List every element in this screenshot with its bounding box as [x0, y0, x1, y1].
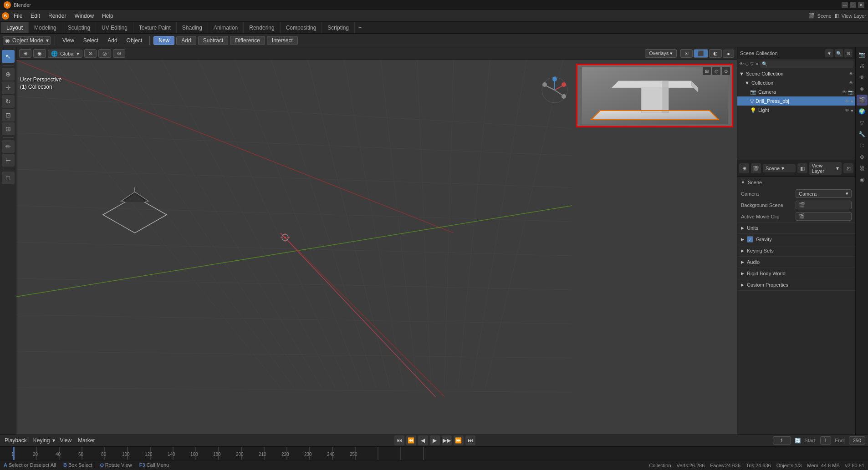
tool-annotate[interactable]: ✏ — [2, 140, 15, 153]
menu-edit[interactable]: Edit — [27, 12, 44, 20]
tool-transform[interactable]: ⊞ — [2, 122, 15, 135]
scene-name-dropdown[interactable]: Scene ▾ — [763, 164, 796, 172]
transform-orientation[interactable]: 🌐 Global ▾ — [48, 50, 82, 58]
shading-wireframe[interactable]: ⊡ — [680, 49, 693, 58]
background-scene-value[interactable]: 🎬 — [796, 201, 852, 209]
prev-frame-btn[interactable]: ◀ — [418, 435, 428, 445]
timeline-playback-menu[interactable]: Playback — [3, 436, 29, 445]
timeline-marker-menu[interactable]: Marker — [76, 436, 97, 445]
shading-rendered[interactable]: ● — [723, 50, 734, 58]
overlays-btn[interactable]: Overlays ▾ — [645, 49, 677, 58]
props-modifier-icon-btn[interactable]: 🔧 — [857, 129, 868, 140]
end-frame[interactable]: 250 — [849, 436, 865, 445]
props-render-icon-btn[interactable]: 📷 — [857, 49, 868, 60]
scene-section-header[interactable]: ▼ Scene — [737, 177, 855, 188]
camera-ctrl-2[interactable]: ◎ — [712, 67, 720, 75]
drill-render-icon[interactable]: ● — [851, 99, 853, 104]
tab-uv-editing[interactable]: UV Editing — [96, 22, 133, 33]
minimize-button[interactable]: — — [842, 2, 848, 8]
current-frame[interactable]: 1 — [773, 436, 791, 445]
camera-eye-icon[interactable]: 👁 — [842, 90, 847, 95]
props-output-icon-btn[interactable]: 🖨 — [857, 61, 868, 71]
gravity-section-header[interactable]: ▶ ✓ Gravity — [737, 234, 855, 245]
props-scene-icon-btn[interactable]: 🎬 — [857, 95, 868, 106]
custom-props-header[interactable]: ▶ Custom Properties — [737, 279, 855, 290]
close-button[interactable]: ✕ — [858, 2, 864, 8]
tool-measure[interactable]: ⊢ — [2, 154, 15, 167]
outliner-item-scene-collection[interactable]: ▼ Scene Collection 👁 — [737, 69, 855, 78]
shading-material[interactable]: ◐ — [709, 49, 722, 58]
movie-clip-value[interactable]: 🎬 — [796, 212, 852, 221]
keying-menu[interactable]: Keying — [31, 436, 52, 445]
outliner-filter-btn[interactable]: ▼ — [825, 49, 833, 57]
outliner-item-collection[interactable]: ▼ Collection 👁 — [737, 78, 855, 87]
tab-compositing[interactable]: Compositing — [281, 22, 322, 33]
camera-ctrl-3[interactable]: ⊙ — [722, 67, 730, 75]
menu-render[interactable]: Render — [45, 12, 70, 20]
tool-rotate[interactable]: ↻ — [2, 95, 15, 108]
navigation-gizmo[interactable]: X Z — [541, 76, 568, 104]
viewport-select-menu[interactable]: Select — [80, 36, 102, 45]
viewport-canvas[interactable]: User Perspective (1) Collection X Z — [16, 60, 737, 435]
tab-sculpting[interactable]: Sculpting — [62, 22, 96, 33]
tab-rendering[interactable]: Rendering — [244, 22, 280, 33]
rigid-body-header[interactable]: ▶ Rigid Body World — [737, 268, 855, 279]
next-keyframe-btn[interactable]: ⏩ — [454, 435, 464, 445]
tab-scripting[interactable]: Scripting — [322, 22, 355, 33]
props-scene-selector[interactable]: 🎬 — [751, 163, 761, 173]
snap-btn[interactable]: ⊙ — [84, 49, 97, 58]
view-layer-selector[interactable]: ◧ — [797, 163, 807, 173]
blender-menu-logo[interactable]: B — [2, 12, 9, 20]
play-btn[interactable]: ▶ — [430, 435, 440, 445]
camera-prop-value[interactable]: Camera — [796, 189, 852, 198]
menu-window[interactable]: Window — [71, 12, 97, 20]
tab-layout[interactable]: Layout — [1, 22, 29, 33]
proportional-btn[interactable]: ◎ — [98, 49, 111, 58]
boolean-difference-button[interactable]: Difference — [230, 36, 265, 45]
start-frame[interactable]: 1 — [820, 436, 831, 445]
tab-modeling[interactable]: Modeling — [29, 22, 62, 33]
drill-eye-icon[interactable]: 👁 — [845, 99, 849, 104]
viewport-3d[interactable]: ⊞ ◉ 🌐 Global ▾ ⊙ ◎ ⊛ Overlays ▾ ⊡ ⬛ ◐ ● — [16, 47, 737, 435]
units-section-header[interactable]: ▶ Units — [737, 222, 855, 233]
next-frame-btn[interactable]: ▶▶ — [442, 435, 452, 445]
timeline-view-menu[interactable]: View — [58, 436, 73, 445]
maximize-button[interactable]: □ — [850, 2, 856, 8]
light-eye-icon[interactable]: 👁 — [845, 108, 849, 113]
gravity-checkbox[interactable]: ✓ — [747, 236, 753, 243]
mode-selector[interactable]: ◉ Object Mode ▾ — [3, 36, 51, 45]
light-render-icon[interactable]: ● — [851, 108, 853, 113]
tool-cursor[interactable]: ⊕ — [2, 68, 15, 81]
tab-animation[interactable]: Animation — [208, 22, 244, 33]
eye-icon[interactable]: 👁 — [849, 71, 853, 76]
timeline-ruler[interactable]: 1 20 40 60 80 100 120 140 160 180 200 21… — [0, 447, 868, 460]
jump-start-btn[interactable]: ⏮ — [394, 435, 404, 445]
viewport-add-menu[interactable]: Add — [104, 36, 121, 45]
props-particles-icon-btn[interactable]: ∷ — [857, 140, 868, 151]
boolean-intersect-button[interactable]: Intersect — [267, 36, 298, 45]
viewport-menu-icon[interactable]: ⊞ — [19, 49, 31, 58]
boolean-add-button[interactable]: Add — [176, 36, 196, 45]
props-world-icon-btn[interactable]: 🌍 — [857, 106, 868, 117]
props-physics-icon-btn[interactable]: ⊛ — [857, 152, 868, 162]
boolean-new-button[interactable]: New — [153, 36, 174, 45]
outliner-search-bar[interactable]: 🔍 — [760, 61, 853, 68]
shading-solid[interactable]: ⬛ — [694, 49, 708, 58]
audio-section-header[interactable]: ▶ Audio — [737, 257, 855, 268]
tool-scale[interactable]: ⊡ — [2, 109, 15, 121]
props-object-icon-btn[interactable]: ▽ — [857, 117, 868, 128]
view-layer-dropdown[interactable]: View Layer ▾ — [809, 162, 842, 175]
outliner-sync-btn[interactable]: ⊙ — [844, 49, 853, 57]
props-tab-icon[interactable]: ⊞ — [739, 163, 749, 173]
jump-end-btn[interactable]: ⏭ — [465, 435, 475, 445]
outliner-item-drill[interactable]: ▽ Drill_Press_obj 👁 ● — [737, 96, 855, 106]
tool-add-cube[interactable]: □ — [2, 172, 15, 184]
outliner-search-btn[interactable]: 🔍 — [835, 49, 843, 57]
camera-ctrl-1[interactable]: ⊞ — [703, 67, 711, 75]
window-controls[interactable]: — □ ✕ — [842, 2, 864, 8]
outliner-item-light[interactable]: 💡 Light 👁 ● — [737, 106, 855, 115]
tab-shading[interactable]: Shading — [177, 22, 208, 33]
keying-sets-header[interactable]: ▶ Keying Sets — [737, 245, 855, 256]
scene-selector-value[interactable]: Scene — [817, 13, 832, 19]
prev-keyframe-btn[interactable]: ⏪ — [406, 435, 416, 445]
